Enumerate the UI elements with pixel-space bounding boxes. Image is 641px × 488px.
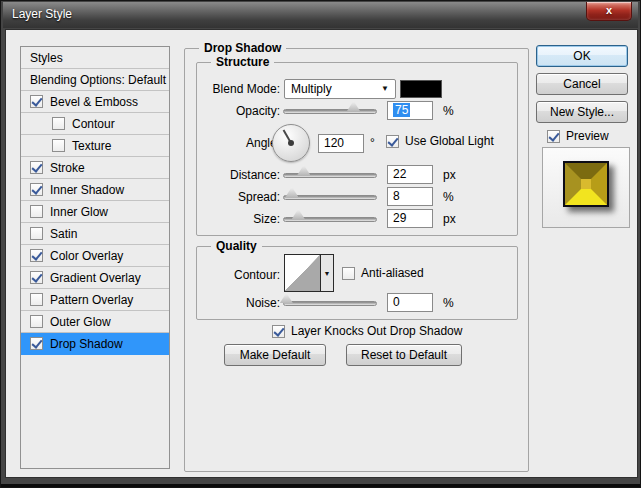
checkbox[interactable] bbox=[30, 95, 43, 108]
contour-picker[interactable]: ▼ bbox=[284, 254, 334, 292]
sidebar-item-label: Gradient Overlay bbox=[50, 271, 141, 285]
ok-button[interactable]: OK bbox=[536, 45, 628, 67]
angle-dial[interactable] bbox=[272, 124, 310, 162]
close-icon: x bbox=[606, 4, 612, 16]
reset-to-default-button[interactable]: Reset to Default bbox=[346, 344, 462, 366]
close-button[interactable]: x bbox=[586, 2, 632, 21]
dialog-body: StylesBlending Options: DefaultBevel & E… bbox=[5, 29, 638, 478]
cancel-button[interactable]: Cancel bbox=[536, 73, 628, 95]
sidebar-item-color-overlay[interactable]: Color Overlay bbox=[21, 245, 169, 267]
sidebar-item-inner-shadow[interactable]: Inner Shadow bbox=[21, 179, 169, 201]
distance-slider[interactable] bbox=[283, 173, 377, 178]
blend-mode-label: Blend Mode: bbox=[198, 82, 280, 96]
angle-unit: ° bbox=[370, 136, 375, 150]
blend-mode-select[interactable]: Multiply ▼ bbox=[284, 79, 396, 99]
noise-slider[interactable] bbox=[283, 301, 377, 306]
window-title: Layer Style bbox=[12, 7, 72, 21]
distance-label: Distance: bbox=[198, 168, 280, 182]
layer-style-dialog: Layer Style x StylesBlending Options: De… bbox=[0, 0, 641, 488]
spread-slider[interactable] bbox=[283, 195, 377, 200]
quality-legend: Quality bbox=[211, 239, 262, 253]
layer-knockout-checkbox[interactable] bbox=[272, 325, 285, 338]
sidebar-item-inner-glow[interactable]: Inner Glow bbox=[21, 201, 169, 223]
checkbox[interactable] bbox=[30, 293, 43, 306]
distance-input[interactable]: 22 bbox=[387, 165, 433, 184]
style-preview-thumbnail bbox=[563, 161, 609, 207]
checkbox[interactable] bbox=[30, 227, 43, 240]
sidebar-item-label: Bevel & Emboss bbox=[50, 95, 138, 109]
sidebar-item-label: Styles bbox=[30, 51, 63, 65]
contour-thumbnail[interactable] bbox=[285, 255, 321, 291]
size-value: 29 bbox=[393, 211, 406, 225]
spread-value: 8 bbox=[393, 189, 400, 203]
opacity-unit: % bbox=[443, 104, 454, 118]
noise-input[interactable]: 0 bbox=[387, 293, 433, 312]
sidebar-item-label: Blending Options: Default bbox=[30, 73, 166, 87]
sidebar-item-drop-shadow[interactable]: Drop Shadow bbox=[21, 333, 169, 355]
opacity-label: Opacity: bbox=[198, 104, 280, 118]
checkbox[interactable] bbox=[30, 205, 43, 218]
angle-label: Angle: bbox=[198, 136, 280, 150]
opacity-value: 75 bbox=[393, 103, 410, 117]
sidebar-item-pattern-overlay[interactable]: Pattern Overlay bbox=[21, 289, 169, 311]
sidebar-item-label: Stroke bbox=[50, 161, 85, 175]
opacity-slider[interactable] bbox=[283, 109, 377, 114]
angle-input[interactable]: 120 bbox=[318, 134, 364, 153]
shadow-color-swatch[interactable] bbox=[400, 80, 442, 98]
size-slider[interactable] bbox=[283, 217, 377, 222]
sidebar-item-outer-glow[interactable]: Outer Glow bbox=[21, 311, 169, 333]
preview-checkbox[interactable] bbox=[547, 130, 560, 143]
checkbox[interactable] bbox=[52, 117, 65, 130]
angle-value: 120 bbox=[324, 136, 344, 150]
checkbox[interactable] bbox=[30, 183, 43, 196]
contour-label: Contour: bbox=[198, 268, 280, 282]
checkbox[interactable] bbox=[30, 161, 43, 174]
use-global-light-checkbox[interactable] bbox=[386, 135, 399, 148]
noise-label: Noise: bbox=[198, 296, 280, 310]
size-label: Size: bbox=[198, 212, 280, 226]
sidebar-item-styles[interactable]: Styles bbox=[21, 47, 169, 69]
new-style-button[interactable]: New Style... bbox=[536, 101, 628, 123]
size-unit: px bbox=[443, 212, 456, 226]
checkbox[interactable] bbox=[30, 315, 43, 328]
make-default-button[interactable]: Make Default bbox=[224, 344, 326, 366]
sidebar-item-label: Inner Shadow bbox=[50, 183, 124, 197]
layer-knockout-label: Layer Knocks Out Drop Shadow bbox=[291, 324, 462, 338]
size-input[interactable]: 29 bbox=[387, 209, 433, 228]
spread-unit: % bbox=[443, 190, 454, 204]
checkbox[interactable] bbox=[52, 139, 65, 152]
checkbox[interactable] bbox=[30, 249, 43, 262]
anti-aliased-row: Anti-aliased bbox=[342, 266, 424, 280]
distance-unit: px bbox=[443, 168, 456, 182]
sidebar-item-label: Color Overlay bbox=[50, 249, 123, 263]
sidebar-item-stroke[interactable]: Stroke bbox=[21, 157, 169, 179]
sidebar-item-label: Inner Glow bbox=[50, 205, 108, 219]
chevron-down-icon[interactable]: ▼ bbox=[321, 255, 333, 291]
sidebar-item-bevel-emboss[interactable]: Bevel & Emboss bbox=[21, 91, 169, 113]
sidebar-item-texture[interactable]: Texture bbox=[21, 135, 169, 157]
checkbox[interactable] bbox=[30, 337, 43, 350]
spread-input[interactable]: 8 bbox=[387, 187, 433, 206]
anti-aliased-checkbox[interactable] bbox=[342, 267, 355, 280]
sidebar-list: StylesBlending Options: DefaultBevel & E… bbox=[20, 46, 170, 469]
checkbox[interactable] bbox=[30, 271, 43, 284]
structure-legend: Structure bbox=[211, 55, 274, 69]
sidebar-item-label: Pattern Overlay bbox=[50, 293, 133, 307]
style-preview-box bbox=[542, 147, 630, 228]
spread-label: Spread: bbox=[198, 190, 280, 204]
use-global-light-row: Use Global Light bbox=[386, 134, 494, 148]
sidebar-item-gradient-overlay[interactable]: Gradient Overlay bbox=[21, 267, 169, 289]
opacity-input[interactable]: 75 bbox=[387, 101, 433, 120]
title-bar[interactable]: Layer Style x bbox=[1, 1, 640, 29]
bevel-core bbox=[581, 179, 591, 189]
layer-knockout-row: Layer Knocks Out Drop Shadow bbox=[272, 324, 462, 338]
group-title: Drop Shadow bbox=[199, 41, 286, 55]
sidebar-item-label: Texture bbox=[72, 139, 111, 153]
sidebar-item-satin[interactable]: Satin bbox=[21, 223, 169, 245]
chevron-down-icon: ▼ bbox=[381, 80, 389, 98]
anti-aliased-label: Anti-aliased bbox=[361, 266, 424, 280]
noise-unit: % bbox=[443, 296, 454, 310]
sidebar-item-contour[interactable]: Contour bbox=[21, 113, 169, 135]
sidebar-item-blending-options-default[interactable]: Blending Options: Default bbox=[21, 69, 169, 91]
sidebar-item-label: Contour bbox=[72, 117, 115, 131]
